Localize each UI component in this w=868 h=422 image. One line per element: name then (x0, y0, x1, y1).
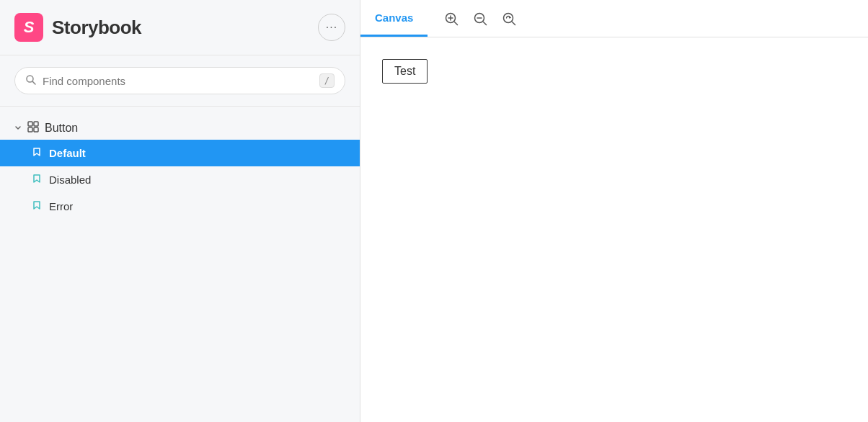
svg-line-7 (455, 22, 458, 24)
story-bookmark-icon-error (32, 200, 42, 212)
zoom-in-button[interactable] (440, 7, 463, 30)
zoom-out-button[interactable] (469, 7, 492, 30)
menu-button[interactable]: ··· (318, 14, 345, 41)
chevron-down-icon (14, 124, 22, 133)
component-tree: Button Default Disabled (0, 107, 360, 422)
reset-zoom-button[interactable] (497, 7, 521, 30)
sidebar-search-area: / (0, 55, 360, 107)
toolbar: Canvas (360, 0, 868, 37)
storybook-logo-icon: S (14, 13, 43, 42)
svg-rect-2 (28, 122, 32, 126)
search-input[interactable] (43, 75, 314, 87)
tree-item-label-disabled: Disabled (49, 174, 91, 186)
svg-line-14 (513, 22, 515, 24)
app-title: Storybook (52, 17, 141, 39)
svg-rect-4 (28, 127, 32, 132)
tab-bar: Canvas (360, 0, 428, 37)
search-bar[interactable]: / (14, 67, 345, 94)
tree-group-label: Button (45, 122, 78, 135)
svg-rect-3 (34, 122, 38, 126)
main-content: Canvas (360, 0, 868, 422)
tree-item-label-default: Default (49, 147, 86, 159)
tree-group-button: Button Default Disabled (0, 117, 360, 220)
tree-item-error[interactable]: Error (0, 193, 360, 220)
svg-rect-5 (34, 127, 38, 132)
tree-item-default[interactable]: Default (0, 140, 360, 166)
tree-group-header-button[interactable]: Button (0, 117, 360, 140)
tree-item-disabled[interactable]: Disabled (0, 166, 360, 193)
sidebar: S Storybook ··· / (0, 0, 360, 422)
preview-test-button[interactable]: Test (382, 59, 428, 84)
svg-line-11 (484, 22, 487, 24)
canvas-area: Test (360, 37, 868, 422)
svg-line-1 (32, 81, 35, 84)
search-shortcut-badge: / (319, 73, 335, 88)
search-icon (25, 74, 37, 88)
story-bookmark-icon-default (32, 147, 42, 159)
tab-canvas[interactable]: Canvas (360, 0, 428, 37)
sidebar-header: S Storybook ··· (0, 0, 360, 55)
toolbar-actions (428, 7, 532, 30)
tree-item-label-error: Error (49, 200, 73, 212)
story-bookmark-icon-disabled (32, 174, 42, 186)
svg-point-13 (504, 13, 513, 22)
component-grid-icon (27, 121, 39, 135)
logo-area: S Storybook (14, 13, 141, 42)
